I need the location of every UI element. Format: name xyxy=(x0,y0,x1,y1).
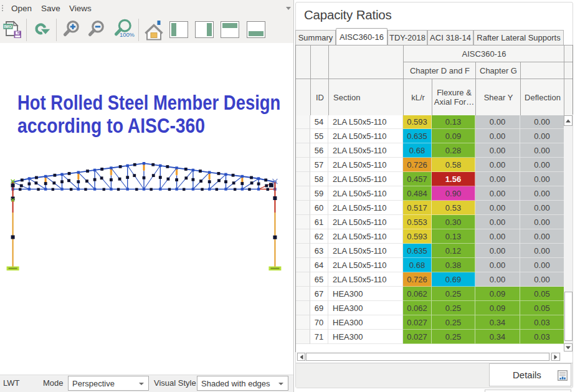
svg-text:IMG: IMG xyxy=(4,24,12,29)
svg-text:100%: 100% xyxy=(120,32,135,38)
